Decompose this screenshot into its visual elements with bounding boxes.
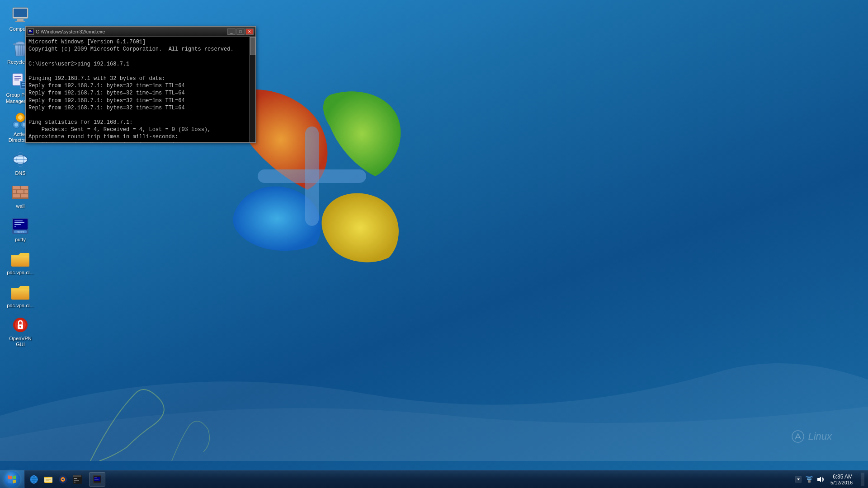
system-tray: 6:35 AM 5/12/2016	[791, 470, 868, 488]
desktop-icon-wall[interactable]: wall	[2, 182, 38, 211]
wall-label: wall	[16, 203, 25, 209]
cmd-maximize-button[interactable]: □	[236, 28, 245, 35]
openvpn-icon	[11, 316, 29, 334]
svg-rect-57	[29, 31, 32, 32]
clock-display[interactable]: 6:35 AM 5/12/2016	[827, 474, 856, 485]
desktop-curve	[0, 325, 868, 461]
svg-rect-47	[14, 226, 16, 227]
start-orb	[4, 471, 20, 488]
cmd-content[interactable]: Microsoft Windows [Version 6.1.7601] Cop…	[26, 37, 255, 142]
dns-icon	[11, 150, 29, 169]
windows-start-icon	[7, 474, 17, 484]
start-button[interactable]	[0, 470, 24, 488]
openvpn-label: OpenVPN GUI	[4, 336, 37, 347]
cmd-titlebar-buttons: _ □ ✕	[227, 28, 254, 35]
svg-rect-46	[14, 224, 21, 225]
svg-rect-81	[94, 478, 97, 478]
pdc-vpn-1-label: pdc.vpn-cl...	[7, 270, 33, 276]
svg-rect-82	[94, 479, 99, 479]
tray-expand-icon	[795, 476, 802, 483]
quick-cmd-button[interactable]	[71, 473, 84, 486]
svg-rect-44	[14, 221, 23, 221]
svg-point-73	[62, 479, 64, 480]
svg-rect-76	[74, 478, 77, 479]
desktop-icon-pdc-vpn-2[interactable]: pdc.vpn-cl...	[2, 281, 38, 310]
svg-point-58	[792, 431, 804, 442]
desktop-icon-pdc-vpn-1[interactable]: pdc.vpn-cl...	[2, 248, 38, 277]
putty-label: putty	[15, 237, 26, 243]
svg-rect-40	[21, 194, 28, 197]
svg-rect-39	[13, 194, 20, 197]
svg-point-24	[18, 115, 23, 120]
watermark-text: Linux	[808, 431, 832, 442]
network-tray-button[interactable]	[805, 475, 813, 483]
volume-icon	[816, 476, 824, 483]
desktop: Computer	[0, 0, 868, 488]
svg-text:PuTTY: PuTTY	[17, 230, 24, 233]
cmd-titlebar-left: C:\Windows\system32\cmd.exe	[28, 28, 105, 35]
cmd-window: C:\Windows\system32\cmd.exe _ □ ✕ Micros…	[25, 26, 256, 143]
quick-launch	[24, 470, 87, 488]
svg-marker-87	[817, 477, 821, 482]
svg-rect-75	[73, 475, 81, 477]
wall-icon	[11, 183, 29, 202]
quick-ie-button[interactable]	[27, 473, 41, 486]
dns-label: DNS	[15, 170, 25, 176]
cmd-output: Microsoft Windows [Version 6.1.7601] Cop…	[28, 38, 253, 142]
desktop-icon-dns[interactable]: DNS	[2, 149, 38, 178]
cmd-titlebar: C:\Windows\system32\cmd.exe _ □ ✕	[26, 27, 255, 37]
svg-rect-45	[14, 222, 24, 223]
volume-tray-button[interactable]	[816, 475, 824, 483]
svg-point-53	[19, 326, 21, 328]
svg-rect-37	[17, 190, 24, 193]
watermark-icon	[792, 430, 804, 443]
svg-rect-1	[258, 169, 366, 183]
cmd-scrollbar-thumb[interactable]	[250, 37, 255, 55]
taskbar-cmd-icon	[93, 475, 101, 483]
putty-icon: PuTTY	[11, 217, 29, 235]
svg-rect-38	[24, 190, 28, 193]
svg-rect-34	[13, 186, 20, 189]
svg-rect-5	[15, 21, 25, 22]
tray-expand-button[interactable]	[794, 475, 802, 483]
network-icon	[805, 476, 813, 483]
svg-rect-77	[74, 480, 79, 481]
desktop-icon-openvpn[interactable]: OpenVPN GUI	[2, 314, 38, 349]
cmd-scrollbar[interactable]	[249, 37, 255, 142]
svg-rect-35	[21, 186, 28, 189]
svg-point-25	[14, 123, 18, 127]
computer-icon	[11, 6, 29, 24]
svg-rect-85	[808, 480, 811, 483]
pdc-vpn-2-icon	[11, 283, 29, 301]
cmd-title-text: C:\Windows\system32\cmd.exe	[36, 29, 105, 34]
cmd-app-icon	[28, 28, 34, 35]
desktop-icon-putty[interactable]: PuTTY putty	[2, 215, 38, 244]
quick-media-button[interactable]	[56, 473, 70, 486]
taskbar-items	[87, 470, 791, 488]
svg-rect-3	[14, 9, 27, 17]
clock-time: 6:35 AM	[830, 474, 853, 480]
svg-rect-56	[29, 30, 31, 31]
show-desktop-button[interactable]	[861, 473, 864, 486]
svg-rect-67	[44, 477, 48, 478]
pdc-vpn-2-label: pdc.vpn-cl...	[7, 303, 33, 309]
svg-rect-78	[74, 482, 75, 483]
svg-rect-12	[16, 42, 24, 44]
taskbar-cmd-item[interactable]	[89, 472, 105, 487]
svg-rect-36	[13, 190, 16, 193]
cmd-close-button[interactable]: ✕	[245, 28, 254, 35]
taskbar: 6:35 AM 5/12/2016	[0, 470, 868, 488]
svg-rect-4	[17, 19, 24, 21]
quick-explorer-button[interactable]	[42, 473, 55, 486]
watermark: Linux	[792, 430, 832, 443]
cmd-minimize-button[interactable]: _	[227, 28, 236, 35]
clock-date: 5/12/2016	[830, 480, 853, 485]
pdc-vpn-1-icon	[11, 250, 29, 268]
svg-rect-86	[807, 479, 811, 480]
svg-rect-66	[44, 478, 52, 482]
